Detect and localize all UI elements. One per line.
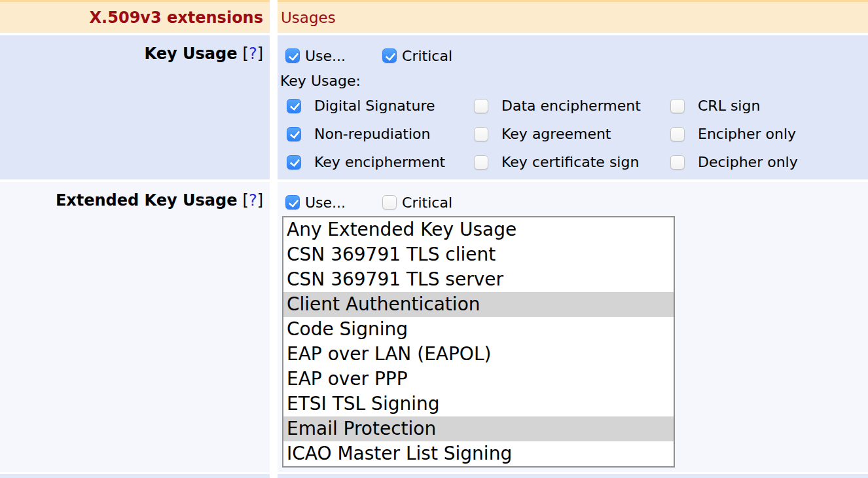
extended-key-usage-help: [?]: [243, 191, 264, 210]
label-key-encipherment: Key encipherment: [314, 154, 461, 170]
key-usage-critical-checkbox[interactable]: [382, 48, 397, 63]
label-non-repudiation: Non-repudiation: [314, 126, 461, 142]
eku-option-eap-over-lan[interactable]: EAP over LAN (EAPOL): [283, 342, 674, 367]
eku-option-client-authentication[interactable]: Client Authentication: [283, 292, 674, 317]
label-crl-sign: CRL sign: [698, 98, 868, 114]
eku-option-code-signing[interactable]: Code Signing: [283, 317, 674, 342]
eku-critical-checkbox[interactable]: [382, 195, 397, 210]
section-title: X.509v3 extensions: [90, 9, 263, 27]
key-usage-help: [?]: [243, 44, 264, 64]
eku-option-icao-master-list-signing[interactable]: ICAO Master List Signing: [283, 441, 674, 466]
checkbox-encipher-only[interactable]: [670, 127, 685, 141]
eku-use-label: Use...: [305, 194, 346, 211]
checkbox-decipher-only[interactable]: [670, 155, 685, 170]
label-digital-signature: Digital Signature: [314, 98, 461, 114]
label-key-certificate-sign: Key certificate sign: [501, 154, 657, 170]
eku-option-etsi-tsl-signing[interactable]: ETSI TSL Signing: [283, 392, 674, 416]
eku-critical-label: Critical: [402, 194, 452, 211]
label-decipher-only: Decipher only: [698, 154, 868, 170]
label-encipher-only: Encipher only: [698, 126, 868, 142]
next-row-sliver-right: [278, 474, 868, 478]
extended-key-usage-label: Extended Key Usage: [56, 191, 238, 210]
usages-header-cell: Usages: [278, 2, 868, 33]
extended-key-usage-content-cell: Use... Critical Any Extended Key Usage C…: [278, 182, 868, 472]
eku-option-csn-369791-tls-server[interactable]: CSN 369791 TLS server: [283, 267, 674, 292]
checkbox-key-certificate-sign[interactable]: [474, 155, 488, 170]
key-usage-options-grid: Digital Signature Data encipherment CRL …: [287, 98, 868, 170]
extended-key-usage-label-cell: Extended Key Usage [?]: [0, 182, 270, 472]
label-data-encipherment: Data encipherment: [501, 98, 657, 114]
extended-key-usage-use-line: Use... Critical: [285, 195, 868, 210]
usages-title: Usages: [281, 9, 336, 26]
key-usage-content-cell: Use... Critical Key Usage: Digital Signa…: [278, 35, 868, 179]
label-key-agreement: Key agreement: [501, 126, 657, 142]
checkbox-crl-sign[interactable]: [670, 99, 685, 113]
key-usage-caption: Key Usage:: [280, 73, 868, 89]
key-usage-help-link[interactable]: ?: [249, 45, 257, 63]
checkbox-key-encipherment[interactable]: [287, 155, 301, 170]
key-usage-use-line: Use... Critical: [285, 48, 868, 63]
column-gap: [270, 2, 278, 33]
checkbox-digital-signature[interactable]: [287, 99, 301, 113]
eku-option-eap-over-ppp[interactable]: EAP over PPP: [283, 367, 674, 392]
checkbox-non-repudiation[interactable]: [287, 127, 301, 141]
key-usage-use-checkbox[interactable]: [285, 48, 300, 63]
next-row-sliver-left: [0, 474, 270, 478]
eku-option-email-protection[interactable]: Email Protection: [283, 416, 674, 441]
checkbox-key-agreement[interactable]: [474, 127, 488, 141]
eku-option-csn-369791-tls-client[interactable]: CSN 369791 TLS client: [283, 242, 674, 267]
extended-key-usage-listbox[interactable]: Any Extended Key Usage CSN 369791 TLS cl…: [282, 216, 675, 468]
section-header-cell: X.509v3 extensions: [0, 2, 270, 33]
key-usage-label-cell: Key Usage [?]: [0, 35, 270, 179]
eku-critical-pair: Critical: [382, 194, 452, 211]
key-usage-label: Key Usage: [145, 44, 238, 64]
x509-extensions-form: X.509v3 extensions Usages Key Usage [?] …: [0, 0, 868, 478]
eku-use-checkbox[interactable]: [285, 195, 300, 210]
key-usage-critical-pair: Critical: [382, 48, 452, 64]
key-usage-use-label: Use...: [305, 48, 346, 64]
eku-use-pair: Use...: [285, 194, 346, 211]
key-usage-use-pair: Use...: [285, 48, 346, 64]
checkbox-data-encipherment[interactable]: [474, 99, 488, 113]
eku-option-any-extended-key-usage[interactable]: Any Extended Key Usage: [283, 217, 674, 242]
key-usage-critical-label: Critical: [402, 48, 452, 64]
extended-key-usage-help-link[interactable]: ?: [249, 191, 257, 210]
